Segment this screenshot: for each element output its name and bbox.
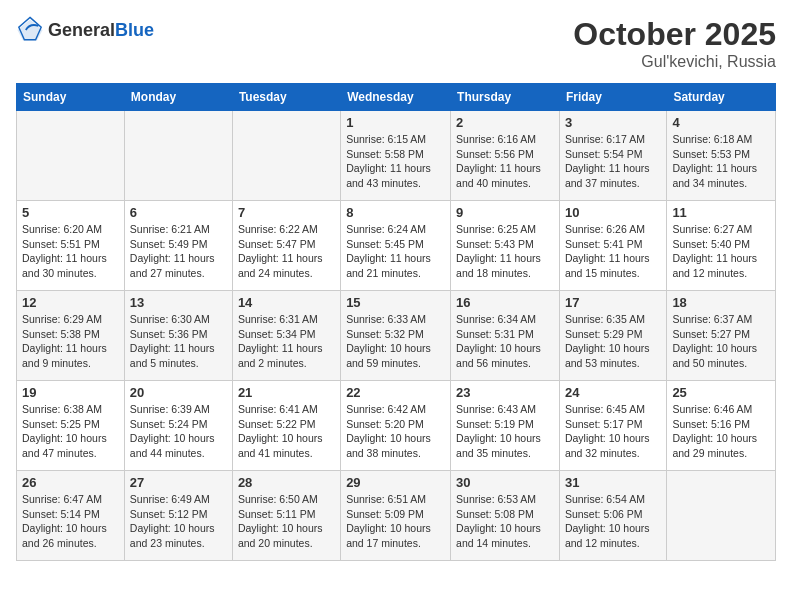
location-title: Gul'kevichi, Russia: [573, 53, 776, 71]
calendar-cell: 23Sunrise: 6:43 AM Sunset: 5:19 PM Dayli…: [451, 381, 560, 471]
logo-general: General: [48, 20, 115, 40]
calendar-cell: 7Sunrise: 6:22 AM Sunset: 5:47 PM Daylig…: [232, 201, 340, 291]
day-info: Sunrise: 6:34 AM Sunset: 5:31 PM Dayligh…: [456, 312, 554, 371]
day-number: 10: [565, 205, 661, 220]
day-info: Sunrise: 6:50 AM Sunset: 5:11 PM Dayligh…: [238, 492, 335, 551]
day-number: 2: [456, 115, 554, 130]
day-info: Sunrise: 6:20 AM Sunset: 5:51 PM Dayligh…: [22, 222, 119, 281]
weekday-header-saturday: Saturday: [667, 84, 776, 111]
day-info: Sunrise: 6:53 AM Sunset: 5:08 PM Dayligh…: [456, 492, 554, 551]
calendar-cell: [17, 111, 125, 201]
day-info: Sunrise: 6:49 AM Sunset: 5:12 PM Dayligh…: [130, 492, 227, 551]
day-info: Sunrise: 6:22 AM Sunset: 5:47 PM Dayligh…: [238, 222, 335, 281]
day-info: Sunrise: 6:25 AM Sunset: 5:43 PM Dayligh…: [456, 222, 554, 281]
calendar-cell: 15Sunrise: 6:33 AM Sunset: 5:32 PM Dayli…: [341, 291, 451, 381]
day-number: 21: [238, 385, 335, 400]
calendar-cell: 20Sunrise: 6:39 AM Sunset: 5:24 PM Dayli…: [124, 381, 232, 471]
day-number: 30: [456, 475, 554, 490]
day-number: 15: [346, 295, 445, 310]
calendar-cell: 3Sunrise: 6:17 AM Sunset: 5:54 PM Daylig…: [559, 111, 666, 201]
calendar-cell: 6Sunrise: 6:21 AM Sunset: 5:49 PM Daylig…: [124, 201, 232, 291]
calendar-cell: 18Sunrise: 6:37 AM Sunset: 5:27 PM Dayli…: [667, 291, 776, 381]
day-number: 13: [130, 295, 227, 310]
day-number: 24: [565, 385, 661, 400]
weekday-header-friday: Friday: [559, 84, 666, 111]
day-info: Sunrise: 6:29 AM Sunset: 5:38 PM Dayligh…: [22, 312, 119, 371]
weekday-header-tuesday: Tuesday: [232, 84, 340, 111]
day-info: Sunrise: 6:35 AM Sunset: 5:29 PM Dayligh…: [565, 312, 661, 371]
day-info: Sunrise: 6:18 AM Sunset: 5:53 PM Dayligh…: [672, 132, 770, 191]
calendar-cell: 4Sunrise: 6:18 AM Sunset: 5:53 PM Daylig…: [667, 111, 776, 201]
calendar-cell: 16Sunrise: 6:34 AM Sunset: 5:31 PM Dayli…: [451, 291, 560, 381]
svg-marker-0: [17, 20, 42, 41]
day-number: 26: [22, 475, 119, 490]
calendar-week-row: 5Sunrise: 6:20 AM Sunset: 5:51 PM Daylig…: [17, 201, 776, 291]
logo-blue: Blue: [115, 20, 154, 40]
calendar-cell: 27Sunrise: 6:49 AM Sunset: 5:12 PM Dayli…: [124, 471, 232, 561]
weekday-header-wednesday: Wednesday: [341, 84, 451, 111]
day-number: 9: [456, 205, 554, 220]
calendar-cell: 13Sunrise: 6:30 AM Sunset: 5:36 PM Dayli…: [124, 291, 232, 381]
day-info: Sunrise: 6:47 AM Sunset: 5:14 PM Dayligh…: [22, 492, 119, 551]
calendar-cell: [124, 111, 232, 201]
day-info: Sunrise: 6:54 AM Sunset: 5:06 PM Dayligh…: [565, 492, 661, 551]
day-info: Sunrise: 6:27 AM Sunset: 5:40 PM Dayligh…: [672, 222, 770, 281]
day-info: Sunrise: 6:42 AM Sunset: 5:20 PM Dayligh…: [346, 402, 445, 461]
day-info: Sunrise: 6:51 AM Sunset: 5:09 PM Dayligh…: [346, 492, 445, 551]
day-number: 28: [238, 475, 335, 490]
day-number: 17: [565, 295, 661, 310]
calendar-week-row: 26Sunrise: 6:47 AM Sunset: 5:14 PM Dayli…: [17, 471, 776, 561]
day-number: 14: [238, 295, 335, 310]
logo: GeneralBlue: [16, 16, 154, 44]
day-info: Sunrise: 6:33 AM Sunset: 5:32 PM Dayligh…: [346, 312, 445, 371]
calendar-cell: 30Sunrise: 6:53 AM Sunset: 5:08 PM Dayli…: [451, 471, 560, 561]
calendar-cell: 21Sunrise: 6:41 AM Sunset: 5:22 PM Dayli…: [232, 381, 340, 471]
calendar-cell: 19Sunrise: 6:38 AM Sunset: 5:25 PM Dayli…: [17, 381, 125, 471]
day-number: 18: [672, 295, 770, 310]
calendar-cell: 22Sunrise: 6:42 AM Sunset: 5:20 PM Dayli…: [341, 381, 451, 471]
day-info: Sunrise: 6:38 AM Sunset: 5:25 PM Dayligh…: [22, 402, 119, 461]
day-info: Sunrise: 6:24 AM Sunset: 5:45 PM Dayligh…: [346, 222, 445, 281]
day-number: 8: [346, 205, 445, 220]
day-info: Sunrise: 6:43 AM Sunset: 5:19 PM Dayligh…: [456, 402, 554, 461]
weekday-header-row: SundayMondayTuesdayWednesdayThursdayFrid…: [17, 84, 776, 111]
day-number: 31: [565, 475, 661, 490]
day-number: 25: [672, 385, 770, 400]
day-number: 29: [346, 475, 445, 490]
calendar-cell: 1Sunrise: 6:15 AM Sunset: 5:58 PM Daylig…: [341, 111, 451, 201]
day-info: Sunrise: 6:45 AM Sunset: 5:17 PM Dayligh…: [565, 402, 661, 461]
day-info: Sunrise: 6:37 AM Sunset: 5:27 PM Dayligh…: [672, 312, 770, 371]
day-info: Sunrise: 6:39 AM Sunset: 5:24 PM Dayligh…: [130, 402, 227, 461]
day-info: Sunrise: 6:21 AM Sunset: 5:49 PM Dayligh…: [130, 222, 227, 281]
day-number: 22: [346, 385, 445, 400]
day-number: 27: [130, 475, 227, 490]
calendar-cell: 24Sunrise: 6:45 AM Sunset: 5:17 PM Dayli…: [559, 381, 666, 471]
calendar-cell: [667, 471, 776, 561]
calendar-cell: 9Sunrise: 6:25 AM Sunset: 5:43 PM Daylig…: [451, 201, 560, 291]
calendar-week-row: 19Sunrise: 6:38 AM Sunset: 5:25 PM Dayli…: [17, 381, 776, 471]
calendar-cell: 25Sunrise: 6:46 AM Sunset: 5:16 PM Dayli…: [667, 381, 776, 471]
day-info: Sunrise: 6:30 AM Sunset: 5:36 PM Dayligh…: [130, 312, 227, 371]
calendar-cell: 12Sunrise: 6:29 AM Sunset: 5:38 PM Dayli…: [17, 291, 125, 381]
calendar-cell: 10Sunrise: 6:26 AM Sunset: 5:41 PM Dayli…: [559, 201, 666, 291]
calendar-cell: 11Sunrise: 6:27 AM Sunset: 5:40 PM Dayli…: [667, 201, 776, 291]
calendar-cell: 14Sunrise: 6:31 AM Sunset: 5:34 PM Dayli…: [232, 291, 340, 381]
day-info: Sunrise: 6:26 AM Sunset: 5:41 PM Dayligh…: [565, 222, 661, 281]
weekday-header-sunday: Sunday: [17, 84, 125, 111]
day-info: Sunrise: 6:17 AM Sunset: 5:54 PM Dayligh…: [565, 132, 661, 191]
logo-icon: [16, 16, 44, 44]
day-number: 16: [456, 295, 554, 310]
day-number: 11: [672, 205, 770, 220]
calendar-cell: 5Sunrise: 6:20 AM Sunset: 5:51 PM Daylig…: [17, 201, 125, 291]
month-title: October 2025: [573, 16, 776, 53]
calendar-cell: 17Sunrise: 6:35 AM Sunset: 5:29 PM Dayli…: [559, 291, 666, 381]
calendar-cell: 31Sunrise: 6:54 AM Sunset: 5:06 PM Dayli…: [559, 471, 666, 561]
day-number: 3: [565, 115, 661, 130]
day-number: 4: [672, 115, 770, 130]
day-number: 20: [130, 385, 227, 400]
day-info: Sunrise: 6:15 AM Sunset: 5:58 PM Dayligh…: [346, 132, 445, 191]
day-number: 5: [22, 205, 119, 220]
day-number: 12: [22, 295, 119, 310]
day-number: 7: [238, 205, 335, 220]
day-number: 6: [130, 205, 227, 220]
